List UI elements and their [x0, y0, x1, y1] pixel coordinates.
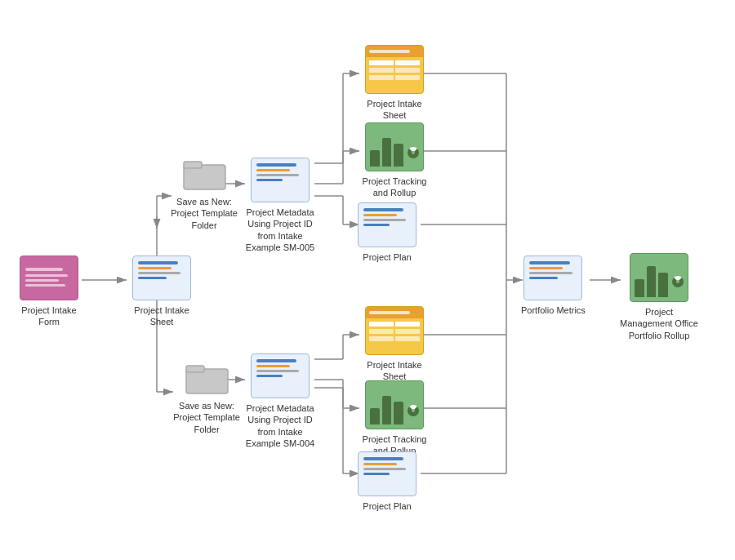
- save-folder-top-node: Save as New: Project Template Folder: [167, 155, 241, 231]
- project-intake-sheet-bottom-card[interactable]: [365, 306, 424, 355]
- save-folder-bottom-label: Save as New: Project Template Folder: [170, 400, 243, 435]
- svg-rect-40: [184, 162, 202, 168]
- project-plan-top-card[interactable]: [358, 202, 416, 247]
- project-metadata-sm005-node: Project Metadata Using Project ID from I…: [243, 158, 317, 253]
- project-intake-form-label: Project Intake Form: [12, 304, 86, 328]
- project-intake-form-card[interactable]: [20, 256, 78, 300]
- project-tracking-top-node: Project Tracking and Rollup: [358, 122, 431, 199]
- project-tracking-bottom-card[interactable]: [365, 380, 424, 429]
- project-metadata-sm005-label: Project Metadata Using Project ID from I…: [243, 207, 317, 253]
- project-metadata-sm004-card[interactable]: [251, 353, 310, 398]
- project-plan-bottom-label: Project Plan: [363, 500, 411, 512]
- portfolio-metrics-card[interactable]: [523, 256, 582, 300]
- project-intake-sheet-top-node: Project Intake Sheet: [358, 45, 431, 122]
- project-tracking-top-label: Project Tracking and Rollup: [358, 176, 431, 199]
- project-plan-top-label: Project Plan: [363, 251, 411, 263]
- pmo-portfolio-rollup-card[interactable]: [630, 253, 688, 302]
- project-tracking-bottom-node: Project Tracking and Rollup: [358, 380, 431, 457]
- project-plan-top-node: Project Plan: [358, 202, 416, 263]
- portfolio-metrics-label: Portfolio Metrics: [521, 304, 586, 316]
- project-plan-bottom-node: Project Plan: [358, 451, 416, 512]
- project-intake-sheet-mid-label: Project Intake Sheet: [125, 304, 198, 328]
- project-intake-sheet-mid-node: Project Intake Sheet: [125, 256, 198, 328]
- portfolio-metrics-node: Portfolio Metrics: [521, 256, 586, 316]
- workflow-diagram: Project Intake Form Project Intake Sheet…: [0, 0, 735, 560]
- folder-top-icon: [182, 155, 227, 192]
- pmo-portfolio-rollup-node: Project Management Office Portfolio Roll…: [618, 253, 700, 341]
- project-metadata-sm004-label: Project Metadata Using Project ID from I…: [243, 402, 317, 449]
- project-intake-sheet-top-card[interactable]: [365, 45, 424, 94]
- project-metadata-sm004-node: Project Metadata Using Project ID from I…: [243, 353, 317, 449]
- save-folder-bottom-node: Save as New: Project Template Folder: [170, 359, 243, 435]
- project-intake-sheet-bottom-node: Project Intake Sheet: [358, 306, 431, 383]
- folder-bottom-icon: [185, 359, 229, 396]
- save-folder-top-label: Save as New: Project Template Folder: [167, 196, 241, 231]
- project-intake-form-node: Project Intake Form: [12, 256, 86, 328]
- project-plan-bottom-card[interactable]: [358, 451, 416, 496]
- project-intake-sheet-mid-card[interactable]: [132, 256, 191, 300]
- project-tracking-top-card[interactable]: [365, 122, 424, 171]
- project-intake-sheet-top-label: Project Intake Sheet: [358, 98, 431, 122]
- svg-rect-42: [186, 366, 204, 372]
- project-intake-sheet-bottom-label: Project Intake Sheet: [358, 359, 431, 383]
- project-metadata-sm005-card[interactable]: [251, 158, 310, 202]
- pmo-portfolio-rollup-label: Project Management Office Portfolio Roll…: [618, 306, 700, 341]
